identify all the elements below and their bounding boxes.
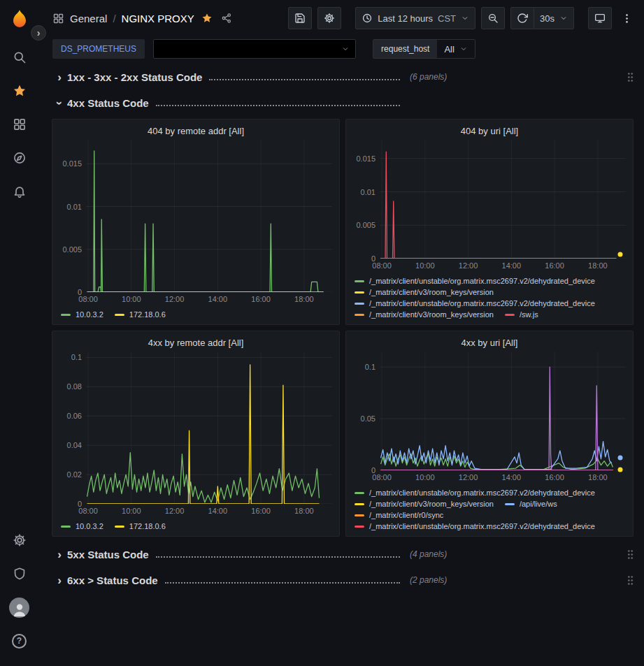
breadcrumb-folder[interactable]: General	[70, 13, 107, 24]
save-icon	[294, 13, 306, 24]
drag-handle-icon[interactable]	[627, 575, 634, 586]
grafana-logo[interactable]	[7, 6, 32, 34]
legend: /_matrix/client/unstable/org.matrix.msc2…	[353, 484, 626, 530]
legend-label: 10.0.3.2	[76, 310, 103, 319]
row-1xx-3xx-2xx-status-code[interactable]: › 1xx - 3xx - 2xx Status Code (6 panels)	[52, 67, 634, 87]
row-title-wrap: 5xx Status Code	[67, 549, 407, 560]
legend-item[interactable]: /_matrix/client/unstable/org.matrix.msc2…	[355, 299, 595, 307]
x-tick-label: 16:00	[251, 295, 271, 303]
legend-item[interactable]: /_matrix/client/unstable/org.matrix.msc2…	[355, 488, 595, 497]
share-button[interactable]	[220, 11, 234, 25]
y-tick-label: 0.1	[365, 363, 375, 371]
expand-sidebar-button[interactable]: ›	[31, 25, 46, 41]
sidebar-item-configuration[interactable]	[6, 523, 34, 557]
legend-item[interactable]: /_matrix/client/unstable/org.matrix.msc2…	[355, 277, 595, 285]
x-tick-label: 16:00	[545, 473, 564, 482]
sidebar-item-dashboards[interactable]	[6, 108, 34, 141]
legend-swatch	[355, 303, 364, 305]
legend-item[interactable]: /_matrix/client/v3/room_keys/version	[355, 310, 494, 319]
y-axis: 00.0050.010.015	[353, 140, 380, 259]
plot-row: 00.0050.010.015	[59, 140, 332, 292]
variables-row: DS_PROMETHEUS request_host All	[38, 36, 644, 61]
legend-item[interactable]: /_matrix/client/v3/room_keys/version	[355, 500, 494, 508]
panel-title[interactable]: 4xx by remote addr [All]	[59, 335, 332, 352]
chevron-right-icon: ›	[37, 27, 41, 38]
row-title[interactable]: 6xx > Status Code	[67, 574, 158, 586]
plot-area[interactable]	[380, 140, 626, 259]
legend-swatch	[505, 503, 515, 505]
dashboard-title[interactable]: NGINX PROXY	[122, 13, 194, 24]
refresh-interval-dropdown[interactable]: 30s	[534, 7, 574, 29]
cycle-view-button[interactable]	[588, 7, 612, 29]
legend-swatch	[355, 280, 364, 282]
legend-item[interactable]: /api/live/ws	[505, 500, 557, 508]
sidebar-item-server-admin[interactable]	[6, 557, 34, 591]
panel-title[interactable]: 4xx by uri [All]	[353, 335, 626, 352]
row-title[interactable]: 1xx - 3xx - 2xx Status Code	[67, 71, 202, 83]
y-axis: 00.020.040.060.080.1	[59, 352, 86, 504]
panel-4xx-by-remote-addr: 4xx by remote addr [All] 00.020.040.060.…	[52, 331, 340, 537]
chevron-down-icon: ›	[54, 95, 66, 110]
refresh-button[interactable]	[510, 7, 534, 29]
star-icon	[201, 13, 213, 24]
x-tick-label: 18:00	[588, 473, 608, 482]
row-5xx-status-code[interactable]: › 5xx Status Code (4 panels)	[52, 544, 634, 564]
sidebar-item-search[interactable]	[6, 41, 34, 74]
legend-item[interactable]: 10.0.3.2	[61, 310, 103, 319]
help-icon: ?	[12, 634, 27, 649]
sidebar-item-profile[interactable]	[6, 591, 34, 624]
drag-handle-icon[interactable]	[627, 549, 634, 560]
legend: /_matrix/client/unstable/org.matrix.msc2…	[353, 272, 626, 319]
legend-swatch	[355, 503, 364, 505]
legend-item[interactable]: /_matrix/client/unstable/org.matrix.msc2…	[355, 522, 595, 530]
legend-swatch	[115, 526, 124, 528]
legend-swatch	[355, 291, 364, 294]
row-title[interactable]: 4xx Status Code	[67, 97, 149, 109]
legend-item[interactable]: /_matrix/client/v3/room_keys/version	[355, 288, 494, 296]
dashboard-settings-button[interactable]	[317, 7, 341, 29]
panel-title[interactable]: 404 by remote addr [All]	[59, 124, 332, 140]
variable-value-ds-prometheus[interactable]	[153, 39, 356, 59]
x-tick-label: 14:00	[502, 261, 522, 270]
legend: 10.0.3.2172.18.0.6	[59, 305, 332, 319]
drag-handle-icon[interactable]	[627, 72, 634, 82]
variable-label-ds-prometheus[interactable]: DS_PROMETHEUS	[52, 39, 145, 59]
x-tick-label: 10:00	[415, 261, 435, 270]
search-icon	[13, 50, 27, 64]
sidebar-item-starred[interactable]	[6, 74, 34, 108]
legend-item[interactable]: /sw.js	[505, 310, 538, 319]
sidebar-item-help[interactable]: ?	[6, 624, 34, 658]
person-icon	[11, 601, 28, 618]
plot-area[interactable]	[86, 352, 332, 504]
x-tick-label: 16:00	[545, 261, 564, 270]
kebab-menu-button[interactable]	[617, 7, 636, 29]
refresh-interval-value: 30s	[540, 13, 554, 24]
legend-item[interactable]: 10.0.3.2	[61, 522, 103, 530]
chevron-down-icon	[459, 45, 468, 53]
plot-area[interactable]	[380, 352, 626, 470]
legend-item[interactable]: /_matrix/client/r0/sync	[355, 511, 443, 519]
flame-icon	[8, 8, 31, 31]
main-area: General / NGINX PROXY L	[38, 0, 644, 666]
legend-item[interactable]: 172.18.0.6	[115, 522, 166, 530]
variable-request-host[interactable]: request_host All	[373, 39, 475, 59]
zoom-out-time-button[interactable]	[481, 7, 505, 29]
plot-area[interactable]	[86, 140, 332, 292]
variable-value-request-host[interactable]: All	[437, 40, 474, 58]
row-4xx-status-code[interactable]: › 4xx Status Code	[52, 93, 634, 113]
row-6xx-status-code[interactable]: › 6xx > Status Code (2 panels)	[52, 570, 634, 590]
chart-svg	[86, 352, 332, 504]
panel-title[interactable]: 404 by uri [All]	[353, 124, 626, 140]
sidebar-item-explore[interactable]	[6, 141, 34, 175]
save-dashboard-button[interactable]	[288, 7, 312, 29]
y-axis: 00.050.1	[353, 352, 380, 470]
legend: 10.0.3.2172.18.0.6	[59, 517, 332, 530]
y-tick-label: 0.01	[67, 203, 82, 210]
row-title[interactable]: 5xx Status Code	[67, 549, 149, 560]
legend-swatch	[355, 514, 364, 516]
favorite-star-button[interactable]	[200, 11, 214, 25]
time-picker-button[interactable]: Last 12 hours CST	[355, 7, 475, 29]
legend-item[interactable]: 172.18.0.6	[115, 310, 166, 319]
x-tick-label: 12:00	[459, 473, 478, 482]
sidebar-item-alerting[interactable]	[6, 175, 34, 208]
